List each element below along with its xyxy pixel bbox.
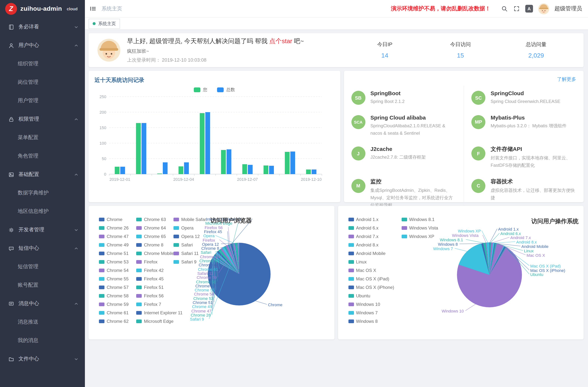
legend-item[interactable]: Mac OS X — [348, 268, 401, 273]
pie-slice-label: Mac OS X — [526, 253, 545, 258]
svg-text:2019-12-07: 2019-12-07 — [237, 177, 258, 182]
sidebar-item[interactable]: 短信中心 — [0, 239, 85, 258]
legend-item[interactable]: Firefox 56 — [136, 293, 173, 298]
legend-item[interactable]: Internet Explorer 11 — [136, 310, 173, 315]
legend-swatch — [99, 320, 105, 323]
logo[interactable]: Z zuihou-admin cloud — [0, 0, 85, 18]
sidebar-item[interactable]: 用户中心 — [0, 36, 85, 55]
legend-item[interactable]: Chrome 64 — [136, 225, 173, 231]
current-user-name[interactable]: 超级管理员 — [554, 5, 582, 12]
greeting-subtitle: 疯狂加班~ — [127, 48, 304, 55]
sidebar-subitem[interactable]: 消息推送 — [0, 313, 85, 331]
legend-item[interactable]: Firefox 42 — [136, 268, 173, 273]
legend-item[interactable]: Chrome 59 — [99, 302, 136, 307]
sidebar-item[interactable]: 务必详看 — [0, 18, 85, 36]
legend-label: Windows XP — [409, 234, 434, 239]
legend-swatch — [136, 320, 142, 323]
legend-item[interactable]: Firefox — [136, 259, 173, 265]
legend-item[interactable]: Chrome 47 — [99, 234, 136, 239]
logo-icon: Z — [5, 3, 17, 15]
legend-item[interactable]: Android 1.x — [348, 217, 401, 222]
tab-home[interactable]: 系统主页 — [89, 19, 120, 29]
legend-swatch — [348, 218, 354, 221]
legend-item[interactable]: Windows 10 — [348, 302, 401, 307]
bar — [290, 151, 295, 174]
sidebar-subitem[interactable]: 岗位管理 — [0, 73, 85, 91]
legend-item[interactable]: 您 — [194, 87, 208, 93]
legend-item[interactable]: Mac OS X (iPhone) — [348, 285, 401, 290]
legend-item[interactable]: Chrome 54 — [99, 268, 136, 273]
legend-item[interactable]: Chrome 26 — [99, 225, 136, 231]
collapse-sidebar-icon[interactable] — [89, 5, 96, 12]
legend-item[interactable]: Chrome 8 — [136, 242, 173, 247]
legend-item[interactable]: Chrome 53 — [99, 259, 136, 265]
legend-label: Chrome 61 — [107, 310, 129, 315]
legend-item[interactable]: Microsoft Edge — [136, 319, 173, 324]
sidebar-subitem[interactable]: 账号配置 — [0, 276, 85, 294]
breadcrumb[interactable]: 系统主页 — [102, 5, 122, 12]
sidebar-item[interactable]: 基础配置 — [0, 165, 85, 184]
legend-item[interactable]: Mac OS X (iPad) — [348, 276, 401, 282]
framework-desc: Spring Cloud Greenwich.RELEASE — [491, 98, 561, 105]
browser-pie-card: 访问用户浏览器 ChromeChrome 26Chrome 47Chrome 4… — [89, 206, 334, 339]
legend-label: Ubuntu — [356, 293, 370, 298]
legend-swatch — [194, 87, 200, 92]
legend-item[interactable]: Firefox 7 — [136, 302, 173, 307]
sidebar-subitem[interactable]: 菜单配置 — [0, 128, 85, 147]
star-link[interactable]: 点个star — [269, 38, 292, 45]
legend-item[interactable]: Chrome 65 — [136, 234, 173, 239]
legend-item[interactable]: Chrome 55 — [99, 276, 136, 282]
search-icon[interactable] — [501, 5, 508, 12]
legend-item[interactable]: Windows 8.1 — [401, 217, 455, 222]
sidebar-item-label: 文件中心 — [19, 356, 70, 362]
legend-item[interactable]: Firefox 51 — [136, 285, 173, 290]
legend-item[interactable]: Windows 7 — [348, 310, 401, 315]
legend-item[interactable]: Chrome 49 — [99, 242, 136, 247]
legend-item[interactable]: Chrome — [99, 217, 136, 222]
fullscreen-icon[interactable] — [513, 5, 520, 12]
legend-item[interactable]: Android 6.x — [348, 225, 401, 231]
pie-slice-label: Chrome 57 — [195, 284, 215, 288]
sidebar-subitem[interactable]: 短信管理 — [0, 258, 85, 276]
sidebar-subitem[interactable]: 我的消息 — [0, 331, 85, 350]
legend-item[interactable]: Chrome 61 — [99, 310, 136, 315]
legend-label: Chrome — [107, 217, 122, 222]
sidebar-item[interactable]: 权限管理 — [0, 110, 85, 128]
legend-item[interactable]: Chrome 63 — [136, 217, 173, 222]
legend-item[interactable]: Chrome 51 — [99, 251, 136, 256]
legend-item[interactable]: Android 7.x — [348, 234, 401, 239]
sidebar-subitem[interactable]: 角色管理 — [0, 147, 85, 165]
legend-item[interactable]: Linux — [348, 259, 401, 265]
bar — [312, 169, 316, 174]
pie-slice-label: Mac OS X (iPhone) — [530, 268, 565, 273]
legend-item[interactable]: Firefox 45 — [136, 276, 173, 282]
legend-item[interactable]: Android Mobile — [348, 251, 401, 256]
sidebar-item[interactable]: 消息中心 — [0, 294, 85, 313]
sidebar-item[interactable]: 开发者管理 — [0, 221, 85, 239]
legend-item[interactable]: Chrome 62 — [99, 319, 136, 324]
legend-item[interactable]: Windows Vista — [401, 225, 455, 231]
learn-more-link[interactable]: 了解更多 — [557, 76, 576, 83]
legend-item[interactable]: Windows 8 — [348, 319, 401, 324]
legend-item[interactable]: Chrome 57 — [99, 285, 136, 290]
sidebar-item[interactable]: 文件中心 — [0, 350, 85, 368]
legend-item[interactable]: Chrome Mobile — [136, 251, 173, 256]
stat-today-ip: 今日IP 14 — [347, 41, 423, 59]
legend-swatch — [136, 235, 142, 238]
font-size-icon[interactable]: A — [525, 5, 533, 13]
bar — [142, 123, 146, 174]
user-icon — [8, 42, 14, 48]
greeting-texts: 早上好, 超级管理员, 今天帮别人解决问题了吗 帮我 点个star 吧~ 疯狂加… — [127, 37, 304, 63]
sidebar-subitem[interactable]: 数据字典维护 — [0, 184, 85, 202]
legend-item[interactable]: Android 8.x — [348, 242, 401, 247]
sidebar-subitem[interactable]: 地区信息维护 — [0, 202, 85, 221]
bar — [269, 166, 274, 174]
legend-item[interactable]: Chrome 58 — [99, 293, 136, 298]
legend-item[interactable]: 总数 — [217, 87, 235, 93]
sidebar-subitem[interactable]: 组织管理 — [0, 55, 85, 73]
sidebar-subitem[interactable]: 用户管理 — [0, 91, 85, 110]
svg-text:250: 250 — [100, 94, 106, 99]
pie-slice-label: Opera 12 — [202, 242, 219, 246]
legend-item[interactable]: Ubuntu — [348, 293, 401, 298]
avatar[interactable] — [538, 3, 549, 14]
